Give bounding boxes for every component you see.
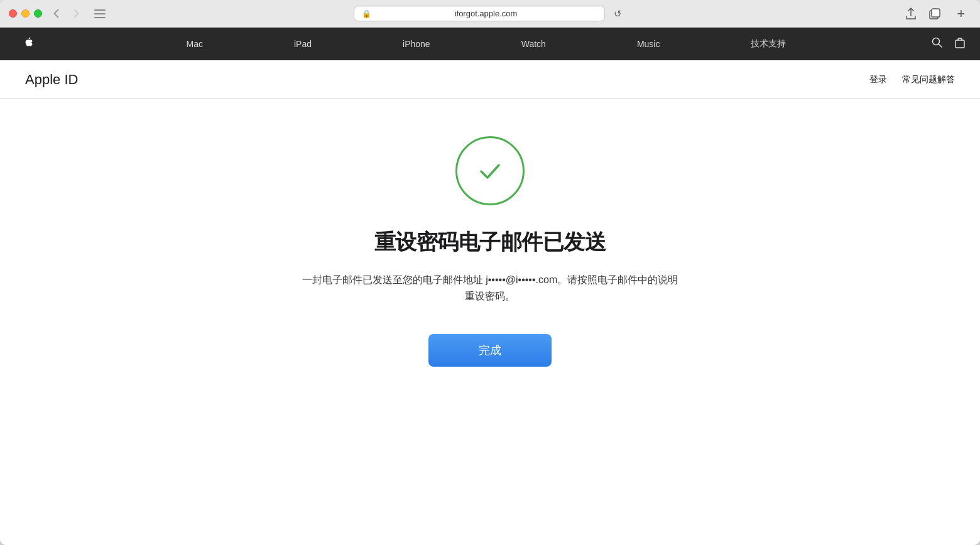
nav-mac[interactable]: Mac: [175, 39, 214, 49]
share-button[interactable]: [901, 5, 921, 23]
svg-rect-0: [94, 9, 106, 11]
close-button[interactable]: [9, 9, 17, 18]
apple-navigation: Mac iPad iPhone Watch Music 技术支持: [0, 28, 980, 60]
search-icon[interactable]: [932, 37, 942, 51]
sidebar-button[interactable]: [90, 5, 110, 23]
browser-window: 🔒 iforgot.apple.com ↺ +: [0, 0, 980, 545]
add-tab-button[interactable]: +: [951, 5, 971, 23]
url-text: iforgot.apple.com: [375, 9, 597, 18]
desc-prefix: 一封电子邮件已发送至您的电子邮件地址: [302, 274, 486, 285]
email-address: j•••••@i•••••.com: [486, 274, 557, 285]
title-bar: 🔒 iforgot.apple.com ↺ +: [0, 0, 980, 28]
nav-links: Mac iPad iPhone Watch Music 技术支持: [141, 38, 832, 50]
reload-button[interactable]: ↺: [609, 5, 626, 23]
apple-logo[interactable]: [15, 36, 41, 52]
bag-icon[interactable]: [955, 36, 965, 51]
back-button[interactable]: [47, 5, 65, 23]
page-title: Apple ID: [25, 72, 78, 88]
done-button[interactable]: 完成: [428, 334, 552, 367]
svg-line-6: [939, 44, 942, 47]
login-link[interactable]: 登录: [869, 74, 887, 85]
success-title: 重设密码电子邮件已发送: [374, 228, 606, 257]
success-circle: [455, 136, 525, 205]
svg-rect-1: [94, 13, 106, 14]
success-section: 重设密码电子邮件已发送 一封电子邮件已发送至您的电子邮件地址 j•••••@i•…: [0, 99, 980, 417]
nav-watch[interactable]: Watch: [510, 39, 557, 49]
nav-icons: [932, 36, 965, 51]
nav-music[interactable]: Music: [626, 39, 672, 49]
svg-rect-2: [94, 17, 106, 18]
maximize-button[interactable]: [34, 9, 42, 18]
traffic-lights: [9, 9, 42, 18]
minimize-button[interactable]: [21, 9, 30, 18]
header-links: 登录 常见问题解答: [869, 74, 955, 85]
tabs-button[interactable]: [925, 5, 945, 23]
apple-id-header: Apple ID 登录 常见问题解答: [0, 60, 980, 99]
page-content: Apple ID 登录 常见问题解答 重设密码电子邮件已发送 一封电子邮件已发送…: [0, 60, 980, 545]
svg-rect-7: [956, 40, 964, 48]
address-bar[interactable]: 🔒 iforgot.apple.com: [354, 6, 605, 21]
svg-rect-4: [932, 9, 940, 17]
nav-iphone[interactable]: iPhone: [391, 39, 442, 49]
checkmark-icon: [475, 156, 505, 186]
lock-icon: 🔒: [362, 9, 371, 18]
nav-ipad[interactable]: iPad: [283, 39, 323, 49]
faq-link[interactable]: 常见问题解答: [902, 74, 955, 85]
forward-button[interactable]: [67, 5, 85, 23]
nav-support[interactable]: 技术支持: [739, 38, 797, 50]
success-description: 一封电子邮件已发送至您的电子邮件地址 j•••••@i•••••.com。请按照…: [302, 272, 678, 304]
